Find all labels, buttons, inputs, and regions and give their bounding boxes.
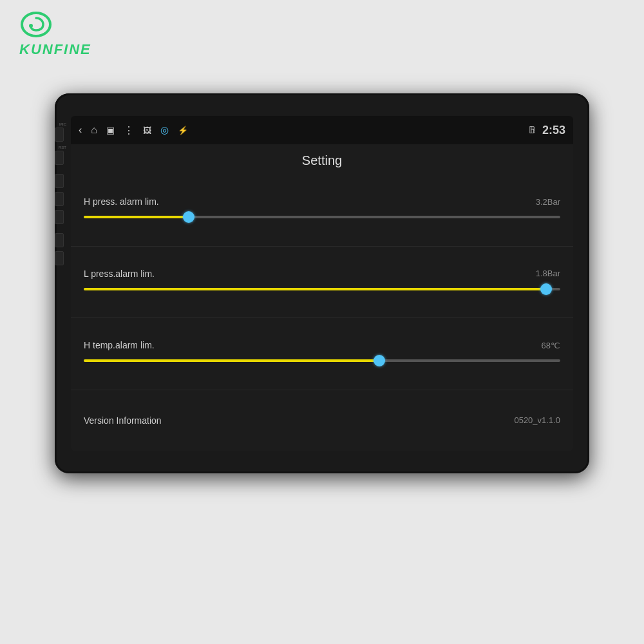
power-button[interactable] bbox=[55, 174, 64, 188]
logo-area: KUNFINE bbox=[19, 12, 91, 58]
status-right: 𝔹 2:53 bbox=[529, 124, 565, 137]
setting-row-l-press: L press.alarm lim. 1.8Bar bbox=[71, 247, 573, 319]
menu-button[interactable]: ⋮ bbox=[124, 124, 134, 137]
screen: ‹ ⌂ ▣ ⋮ 🖼 ◎ ⚡ 𝔹 2:53 Setting H press. al… bbox=[71, 116, 573, 451]
setting-label-row-h-temp: H temp.alarm lim. 68℃ bbox=[84, 340, 560, 350]
mic-button[interactable] bbox=[55, 128, 64, 142]
slider-thumb-l-press[interactable] bbox=[540, 283, 552, 295]
l-press-slider[interactable] bbox=[84, 283, 560, 296]
slider-track-fill-h-press bbox=[84, 216, 189, 218]
kunfine-logo-icon bbox=[19, 12, 53, 39]
usb-icon: ⚡ bbox=[178, 126, 188, 135]
status-bar: ‹ ⌂ ▣ ⋮ 🖼 ◎ ⚡ 𝔹 2:53 bbox=[71, 116, 573, 144]
h-temp-slider[interactable] bbox=[84, 354, 560, 367]
slider-track-fill-l-press bbox=[84, 288, 546, 290]
l-press-value: 1.8Bar bbox=[536, 269, 560, 278]
settings-circle-button[interactable]: ◎ bbox=[160, 124, 169, 136]
rst-button[interactable] bbox=[55, 151, 64, 165]
main-content: Setting H press. alarm lim. 3.2Bar bbox=[71, 144, 573, 451]
l-press-label: L press.alarm lim. bbox=[84, 269, 155, 279]
nav-icons: ‹ ⌂ ▣ ⋮ 🖼 ◎ ⚡ bbox=[79, 124, 529, 137]
setting-label-row-h-press: H press. alarm lim. 3.2Bar bbox=[84, 196, 560, 207]
svg-point-1 bbox=[29, 24, 33, 28]
unit-left-controls: MIC RST bbox=[55, 122, 66, 269]
setting-row-h-press: H press. alarm lim. 3.2Bar bbox=[71, 175, 573, 247]
mic-label: MIC bbox=[55, 122, 66, 126]
h-temp-label: H temp.alarm lim. bbox=[84, 340, 155, 350]
image-button[interactable]: 🖼 bbox=[143, 126, 151, 135]
home-button[interactable]: ⌂ bbox=[91, 124, 97, 136]
h-press-label: H press. alarm lim. bbox=[84, 196, 159, 207]
setting-row-h-temp: H temp.alarm lim. 68℃ bbox=[71, 318, 573, 390]
slider-thumb-h-temp[interactable] bbox=[374, 355, 385, 366]
version-label: Version Information bbox=[84, 415, 162, 426]
bluetooth-icon: 𝔹 bbox=[529, 124, 536, 136]
slider-thumb-h-press[interactable] bbox=[183, 211, 194, 223]
h-press-value: 3.2Bar bbox=[536, 197, 560, 207]
version-info-row: Version Information 0520_v1.1.0 bbox=[71, 390, 573, 451]
h-temp-value: 68℃ bbox=[542, 341, 560, 350]
vol-up-button[interactable] bbox=[55, 251, 64, 265]
h-press-slider[interactable] bbox=[84, 211, 560, 223]
settings-list: H press. alarm lim. 3.2Bar L press.alarm… bbox=[71, 175, 573, 451]
back-button[interactable]: ‹ bbox=[79, 124, 82, 136]
rst-label: RST bbox=[55, 146, 66, 149]
version-value: 0520_v1.1.0 bbox=[514, 415, 560, 425]
brand-name: KUNFINE bbox=[19, 41, 91, 58]
time-display: 2:53 bbox=[542, 124, 565, 137]
car-unit: ‹ ⌂ ▣ ⋮ 🖼 ◎ ⚡ 𝔹 2:53 Setting H press. al… bbox=[55, 93, 589, 473]
page-title: Setting bbox=[71, 144, 573, 175]
slider-track-fill-h-temp bbox=[84, 359, 379, 362]
home-side-button[interactable] bbox=[55, 192, 64, 206]
vol-down-button[interactable] bbox=[55, 233, 64, 247]
back-side-button[interactable] bbox=[55, 210, 64, 224]
svg-point-0 bbox=[22, 13, 50, 36]
setting-label-row-l-press: L press.alarm lim. 1.8Bar bbox=[84, 269, 560, 279]
recent-apps-button[interactable]: ▣ bbox=[106, 125, 115, 135]
